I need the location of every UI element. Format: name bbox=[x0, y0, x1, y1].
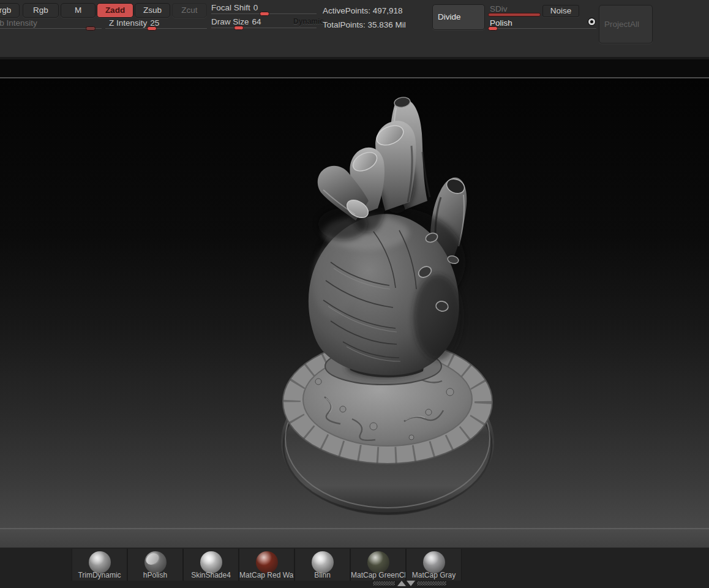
material-tray: TrimDynamic hPolish SkinShade4 MatCap Re… bbox=[0, 548, 709, 588]
material-item-matcap-red-wax[interactable]: MatCap Red Wa› bbox=[239, 549, 294, 581]
tray-scrollbar-right[interactable] bbox=[416, 581, 447, 586]
material-label: hPolish bbox=[128, 571, 182, 579]
material-sphere-icon bbox=[200, 551, 222, 573]
noise-button[interactable]: Noise bbox=[542, 5, 579, 17]
material-label: SkinShade4 bbox=[184, 571, 238, 579]
material-label: MatCap Red Wa› bbox=[239, 571, 294, 579]
divide-button[interactable]: Divide bbox=[432, 4, 485, 30]
focal-shift-value: 0 bbox=[253, 3, 258, 12]
material-sphere-icon bbox=[312, 551, 334, 573]
material-label: Blinn bbox=[295, 571, 350, 579]
dynamic-toggle[interactable]: Dynamic bbox=[293, 17, 324, 26]
material-item-hpolish[interactable]: hPolish bbox=[127, 549, 183, 581]
material-item-skinshade4[interactable]: SkinShade4 bbox=[183, 549, 239, 581]
rgb-intensity-slider[interactable]: Rgb Intensity bbox=[0, 18, 102, 31]
material-sphere-icon bbox=[423, 551, 445, 573]
material-item-blinn[interactable]: Blinn bbox=[294, 549, 350, 581]
sculpt-model-zombie-hand bbox=[0, 78, 709, 528]
mrgb-button[interactable]: Mrgb bbox=[0, 3, 20, 18]
draw-size-track[interactable] bbox=[211, 28, 317, 28]
draw-size-value: 64 bbox=[252, 17, 261, 26]
polish-track[interactable] bbox=[488, 28, 596, 29]
rgb-intensity-handle[interactable] bbox=[86, 26, 96, 31]
rgb-intensity-label: Rgb Intensity bbox=[0, 18, 37, 28]
scroll-down-icon[interactable] bbox=[407, 581, 415, 586]
zadd-button[interactable]: Zadd bbox=[97, 3, 133, 18]
z-intensity-slider[interactable]: Z Intensity 25 bbox=[105, 18, 207, 31]
focal-shift-slider[interactable]: Focal Shift 0 bbox=[211, 3, 317, 16]
polish-slider[interactable] bbox=[488, 24, 596, 31]
active-points-stat: ActivePoints: 497,918 bbox=[323, 6, 403, 15]
material-label: MatCap GreenCl bbox=[351, 571, 405, 579]
zsub-button[interactable]: Zsub bbox=[135, 3, 170, 18]
material-sphere-icon bbox=[367, 551, 389, 573]
sdiv-slider[interactable] bbox=[488, 13, 541, 17]
tray-scrollbar-left[interactable] bbox=[372, 581, 396, 586]
focal-shift-handle[interactable] bbox=[260, 12, 269, 16]
polish-handle[interactable] bbox=[488, 26, 498, 31]
m-button[interactable]: M bbox=[61, 3, 96, 18]
top-shelf-toolbar: Mrgb Rgb M Zadd Zsub Zcut Rgb Intensity … bbox=[0, 0, 709, 57]
material-item-matcap-gray[interactable]: MatCap Gray bbox=[406, 549, 462, 581]
lower-band bbox=[0, 529, 709, 548]
material-sphere-icon bbox=[144, 551, 167, 573]
total-points-stat: TotalPoints: 35.836 Mil bbox=[323, 20, 406, 29]
material-sphere-icon bbox=[89, 551, 111, 573]
draw-size-handle[interactable] bbox=[234, 26, 244, 30]
rgb-button[interactable]: Rgb bbox=[23, 3, 59, 18]
z-intensity-handle[interactable] bbox=[147, 26, 157, 31]
scroll-up-icon[interactable] bbox=[397, 581, 406, 586]
material-sphere-icon bbox=[256, 551, 278, 573]
project-all-button[interactable]: ProjectAll bbox=[599, 5, 653, 43]
material-item-matcap-greencl[interactable]: MatCap GreenCl bbox=[350, 549, 406, 581]
material-label: MatCap Gray bbox=[407, 571, 461, 579]
material-item-trimdynamic[interactable]: TrimDynamic bbox=[72, 549, 127, 581]
black-band bbox=[0, 59, 709, 77]
material-label: TrimDynamic bbox=[72, 571, 127, 579]
focal-shift-label: Focal Shift 0 bbox=[211, 3, 258, 12]
application: Mrgb Rgb M Zadd Zsub Zcut Rgb Intensity … bbox=[0, 0, 709, 588]
sdiv-label: SDiv bbox=[490, 4, 508, 13]
zcut-button[interactable]: Zcut bbox=[172, 3, 207, 18]
draw-size-label: Draw Size 64 bbox=[211, 17, 261, 26]
viewport-canvas[interactable] bbox=[0, 78, 709, 528]
